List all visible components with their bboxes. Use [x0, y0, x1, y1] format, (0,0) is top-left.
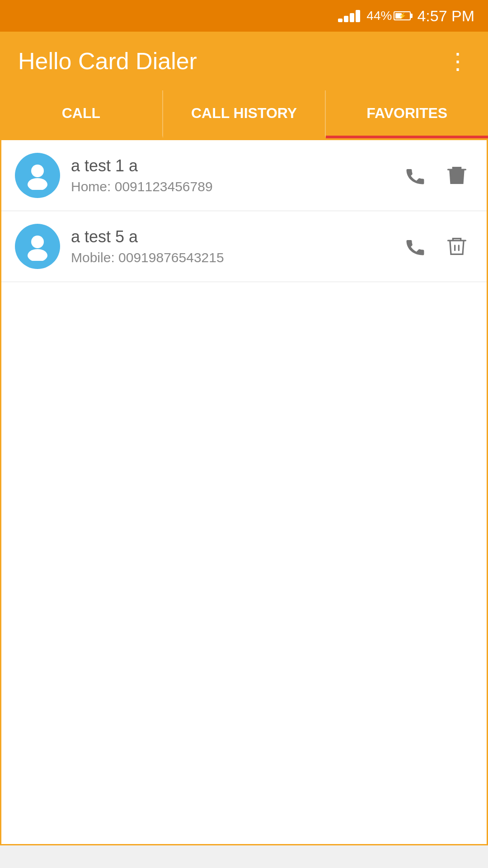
battery-indicator: 44% ⚡ — [366, 9, 411, 23]
tab-bar: CALL CALL HISTORY FAVORITES — [0, 90, 488, 140]
more-options-button[interactable]: ⋮ — [446, 50, 470, 72]
contact-actions — [399, 230, 473, 263]
bottom-bar — [0, 845, 488, 868]
person-icon — [23, 161, 52, 190]
svg-point-0 — [31, 165, 44, 177]
contact-info: a test 1 a Home: 0091123456789 — [71, 156, 388, 194]
person-icon — [23, 232, 52, 261]
contact-number: Home: 0091123456789 — [71, 179, 388, 194]
phone-icon — [404, 164, 427, 187]
status-icons: 44% ⚡ 4:57 PM — [338, 7, 474, 25]
trash-icon — [445, 164, 469, 187]
contact-actions — [399, 159, 473, 192]
app-header: Hello Card Dialer ⋮ — [0, 32, 488, 90]
status-bar: 44% ⚡ 4:57 PM — [0, 0, 488, 32]
avatar — [15, 224, 60, 269]
svg-point-1 — [28, 178, 47, 190]
phone-icon — [404, 235, 427, 258]
tab-favorites[interactable]: FAVORITES — [326, 90, 488, 138]
contact-name: a test 5 a — [71, 227, 388, 246]
contact-name: a test 1 a — [71, 156, 388, 175]
app-title: Hello Card Dialer — [18, 47, 197, 75]
call-button[interactable] — [399, 230, 432, 263]
trash-icon — [445, 235, 469, 258]
more-icon: ⋮ — [446, 50, 470, 72]
signal-icon — [338, 10, 360, 22]
tab-call-history[interactable]: CALL HISTORY — [163, 90, 326, 138]
contact-item: a test 1 a Home: 0091123456789 — [1, 140, 487, 211]
status-time: 4:57 PM — [417, 7, 474, 25]
delete-favorite-button[interactable] — [441, 159, 473, 192]
svg-point-2 — [31, 236, 44, 248]
contact-info: a test 5 a Mobile: 00919876543215 — [71, 227, 388, 265]
tab-call[interactable]: CALL — [0, 90, 163, 138]
battery-percentage: 44% — [366, 9, 392, 23]
contact-item: a test 5 a Mobile: 00919876543215 — [1, 211, 487, 282]
svg-point-3 — [28, 249, 47, 261]
contact-number: Mobile: 00919876543215 — [71, 250, 388, 265]
content-area: a test 1 a Home: 0091123456789 — [0, 140, 488, 845]
delete-favorite-button[interactable] — [441, 230, 473, 263]
call-button[interactable] — [399, 159, 432, 192]
avatar — [15, 153, 60, 198]
battery-icon: ⚡ — [394, 11, 411, 20]
